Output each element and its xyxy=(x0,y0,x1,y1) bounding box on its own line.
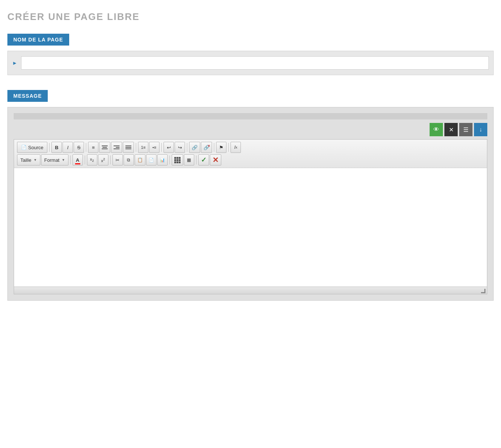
editor-top-controls: 👁 ✕ ☰ ↓ xyxy=(14,123,487,136)
unordered-list-button[interactable]: •≡ xyxy=(149,142,159,153)
nom-section-label: NOM DE LA PAGE xyxy=(7,34,69,46)
format-dropdown-arrow: ▼ xyxy=(62,158,65,162)
cancel-button[interactable]: ✕ xyxy=(210,154,221,166)
separator-8 xyxy=(70,156,71,164)
separator-12 xyxy=(196,156,196,164)
page-title: CRÉER UNE PAGE LIBRE xyxy=(7,11,494,23)
italic-button[interactable]: I xyxy=(63,142,73,153)
table-button[interactable] xyxy=(172,154,183,166)
separator-7 xyxy=(228,143,229,152)
strike-button[interactable]: S xyxy=(74,142,84,153)
block-button[interactable]: ▦ xyxy=(184,154,194,166)
font-color-button[interactable]: A xyxy=(73,154,83,166)
separator-4 xyxy=(161,143,162,152)
align-center-button[interactable] xyxy=(99,142,110,153)
nom-arrow-icon[interactable]: ► xyxy=(12,60,17,66)
subscript-button[interactable]: x2 xyxy=(87,154,97,166)
separator-11 xyxy=(169,156,170,164)
source-doc-icon: 📄 xyxy=(21,145,27,150)
nom-section: NOM DE LA PAGE ► xyxy=(7,34,494,75)
copy-button[interactable]: ⧉ xyxy=(124,154,134,166)
separator-1 xyxy=(49,143,50,152)
paste-word-button[interactable]: 📊 xyxy=(157,154,168,166)
editor-preview-button[interactable]: 👁 xyxy=(430,123,443,136)
nom-field-wrapper: ► xyxy=(7,51,494,75)
separator-10 xyxy=(110,156,111,164)
unlink-button[interactable]: 🔗✕ xyxy=(201,142,212,153)
editor-resize-bar xyxy=(14,287,487,294)
align-justify-button[interactable] xyxy=(123,142,134,153)
separator-3 xyxy=(136,143,136,152)
format-dropdown[interactable]: Format ▼ xyxy=(41,154,68,166)
editor-content-area[interactable] xyxy=(14,168,487,287)
paste-button[interactable]: 📋 xyxy=(135,154,145,166)
separator-9 xyxy=(85,156,85,164)
editor-inner: 📄 Source B I S ≡ xyxy=(14,139,487,294)
redo-button[interactable]: ↪ xyxy=(175,142,185,153)
message-section: MESSAGE 👁 ✕ ☰ ↓ xyxy=(7,90,494,301)
undo-button[interactable]: ↩ xyxy=(164,142,174,153)
menu-icon: ☰ xyxy=(463,126,468,133)
superscript-button[interactable]: x2 xyxy=(98,154,108,166)
editor-expand-button[interactable]: ↓ xyxy=(474,123,487,136)
ordered-list-button[interactable]: 1≡ xyxy=(138,142,148,153)
nom-input[interactable] xyxy=(21,56,489,70)
clear-format-button[interactable]: Ix xyxy=(231,142,241,153)
editor-close-button[interactable]: ✕ xyxy=(444,123,458,136)
paste-plain-button[interactable]: 📄 xyxy=(146,154,157,166)
separator-5 xyxy=(187,143,187,152)
toolbar-row-2: Taille ▼ Format ▼ A x2 xyxy=(17,154,484,166)
separator-2 xyxy=(86,143,86,152)
confirm-button[interactable]: ✓ xyxy=(198,154,209,166)
align-right-button[interactable] xyxy=(111,142,122,153)
eye-icon: 👁 xyxy=(433,126,439,133)
align-left-button[interactable]: ≡ xyxy=(88,142,98,153)
link-button[interactable]: 🔗 xyxy=(189,142,200,153)
toolbar-row-1: 📄 Source B I S ≡ xyxy=(17,142,484,153)
down-arrow-icon: ↓ xyxy=(479,126,482,133)
bold-button[interactable]: B xyxy=(51,142,62,153)
editor-outer: 👁 ✕ ☰ ↓ 📄 Source xyxy=(7,107,494,301)
cancel-icon: ✕ xyxy=(212,156,219,164)
separator-6 xyxy=(214,143,214,152)
editor-drag-handle[interactable] xyxy=(14,113,487,119)
flag-button[interactable]: ⚑ xyxy=(216,142,226,153)
taille-dropdown-arrow: ▼ xyxy=(34,158,37,162)
editor-menu-button[interactable]: ☰ xyxy=(459,123,473,136)
close-icon: ✕ xyxy=(449,126,454,133)
source-button[interactable]: 📄 Source xyxy=(17,142,47,153)
message-section-label: MESSAGE xyxy=(7,90,48,102)
cut-button[interactable]: ✂ xyxy=(112,154,123,166)
editor-toolbar: 📄 Source B I S ≡ xyxy=(14,140,487,168)
resize-handle[interactable] xyxy=(481,289,485,293)
checkmark-icon: ✓ xyxy=(201,156,206,164)
taille-dropdown[interactable]: Taille ▼ xyxy=(17,154,40,166)
